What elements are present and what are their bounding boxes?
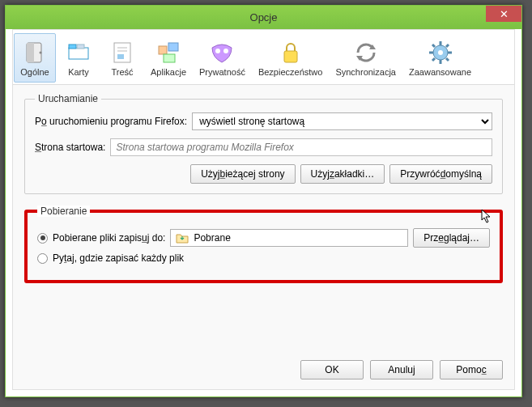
use-current-button[interactable]: Użyj bieżącej strony xyxy=(190,164,295,184)
svg-line-26 xyxy=(432,58,435,61)
tab-content[interactable]: Treść xyxy=(101,33,143,83)
content-icon xyxy=(109,40,135,66)
tab-sync[interactable]: Synchronizacja xyxy=(330,33,402,83)
svg-line-24 xyxy=(432,45,435,47)
tab-tabs[interactable]: Karty xyxy=(57,33,100,83)
download-folder-field[interactable]: Pobrane xyxy=(170,229,408,247)
tab-general[interactable]: Ogólne xyxy=(14,33,56,83)
window-title: Opcje xyxy=(250,11,278,23)
svg-point-13 xyxy=(215,49,220,53)
on-start-select[interactable]: wyświetl stronę startową xyxy=(192,112,492,130)
tab-label: Aplikacje xyxy=(151,67,186,77)
folder-icon xyxy=(176,232,189,244)
save-to-radio[interactable] xyxy=(37,233,48,244)
dialog-body: Ogólne Karty Treść Aplikacje xyxy=(12,29,515,390)
ask-label: Pytaj, gdzie zapisać każdy plik xyxy=(53,252,184,264)
tabs-icon xyxy=(66,40,92,66)
help-button[interactable]: Pomoc xyxy=(440,360,503,379)
svg-rect-5 xyxy=(77,45,84,49)
svg-rect-3 xyxy=(69,48,88,59)
downloads-legend: Pobieranie xyxy=(37,206,90,217)
browse-button[interactable]: Przeglądaj… xyxy=(413,228,490,248)
gear-icon xyxy=(428,40,453,66)
svg-line-27 xyxy=(446,45,449,47)
svg-rect-6 xyxy=(114,43,130,62)
mask-icon xyxy=(209,40,235,66)
titlebar: Opcje ✕ xyxy=(6,6,521,29)
folder-name: Pobrane xyxy=(194,232,230,244)
svg-rect-1 xyxy=(27,43,34,62)
homepage-input[interactable] xyxy=(110,138,492,156)
svg-line-25 xyxy=(446,58,449,61)
svg-rect-10 xyxy=(159,46,167,54)
sync-icon xyxy=(353,40,379,66)
svg-rect-12 xyxy=(164,54,175,62)
applications-icon xyxy=(155,40,181,66)
svg-rect-4 xyxy=(69,45,76,49)
tab-applications[interactable]: Aplikacje xyxy=(145,33,192,83)
dialog-footer: OK Anuluj Pomoc xyxy=(300,360,503,379)
use-bookmarks-button[interactable]: Użyj zakładki… xyxy=(300,164,385,184)
close-button[interactable]: ✕ xyxy=(486,6,521,22)
tab-advanced[interactable]: Zaawansowane xyxy=(403,33,477,83)
tab-label: Synchronizacja xyxy=(335,67,396,77)
ask-radio[interactable] xyxy=(37,253,48,264)
svg-point-14 xyxy=(223,49,228,53)
lock-icon xyxy=(278,40,304,66)
svg-point-2 xyxy=(40,52,42,54)
tab-security[interactable]: Bezpieczeństwo xyxy=(253,33,329,83)
general-icon xyxy=(22,40,48,66)
startup-legend: Uruchamianie xyxy=(35,93,101,104)
tab-label: Zaawansowane xyxy=(409,67,471,77)
tab-privacy[interactable]: Prywatność xyxy=(194,33,251,83)
ok-button[interactable]: OK xyxy=(300,360,364,379)
close-icon: ✕ xyxy=(500,8,509,20)
tab-label: Karty xyxy=(68,67,89,77)
tab-label: Bezpieczeństwo xyxy=(258,67,323,77)
save-to-label: Pobierane pliki zapisuj do: xyxy=(53,232,165,244)
on-start-label: Po uruchomieniu programu Firefox: xyxy=(35,116,187,127)
svg-rect-11 xyxy=(168,43,178,51)
tab-label: Ogólne xyxy=(20,67,49,77)
cancel-button[interactable]: Anuluj xyxy=(370,360,433,379)
options-window: Opcje ✕ Ogólne Karty Tr xyxy=(5,5,522,397)
tab-label: Prywatność xyxy=(199,67,245,77)
restore-default-button[interactable]: Przywróć domyślną xyxy=(389,164,492,184)
svg-point-19 xyxy=(438,50,443,55)
svg-rect-9 xyxy=(117,54,124,59)
content-area: Uruchamianie Po uruchomieniu programu Fi… xyxy=(13,85,514,303)
svg-rect-15 xyxy=(284,51,297,62)
tab-toolbar: Ogólne Karty Treść Aplikacje xyxy=(13,30,514,85)
homepage-label: Strona startowa: xyxy=(35,142,105,153)
startup-group: Uruchamianie Po uruchomieniu programu Fi… xyxy=(24,93,503,194)
downloads-group: Pobieranie Pobierane pliki zapisuj do: P… xyxy=(24,206,503,283)
tab-label: Treść xyxy=(111,67,133,77)
